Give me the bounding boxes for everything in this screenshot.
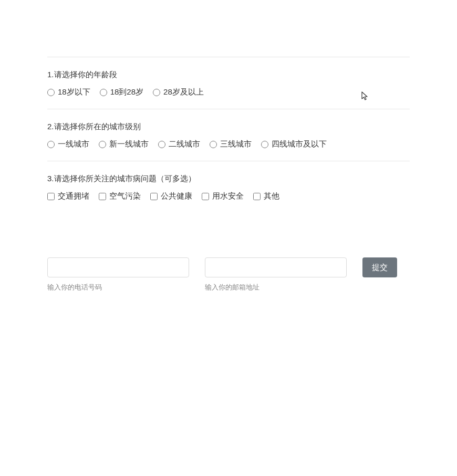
option-city-newtier1[interactable]: 新一线城市 — [99, 139, 149, 149]
radio-age-under18[interactable] — [47, 89, 55, 96]
checkbox-issue-traffic[interactable] — [47, 193, 55, 200]
option-label: 18岁以下 — [58, 87, 90, 97]
option-label: 公共健康 — [161, 191, 192, 201]
submit-button[interactable]: 提交 — [362, 257, 397, 277]
phone-input[interactable] — [47, 257, 189, 277]
option-issue-other[interactable]: 其他 — [253, 191, 279, 201]
option-issue-water[interactable]: 用水安全 — [202, 191, 244, 201]
radio-city-tier2[interactable] — [158, 141, 165, 148]
question-3: 3.请选择你所关注的城市病问题（可多选） 交通拥堵 空气污染 公共健康 用水安全… — [47, 161, 410, 213]
phone-group: 输入你的电话号码 — [47, 257, 189, 292]
option-label: 四线城市及以下 — [272, 139, 327, 149]
option-label: 三线城市 — [220, 139, 252, 149]
question-2-options: 一线城市 新一线城市 二线城市 三线城市 四线城市及以下 — [47, 139, 410, 149]
option-city-tier4plus[interactable]: 四线城市及以下 — [261, 139, 327, 149]
option-label: 二线城市 — [169, 139, 200, 149]
option-age-under18[interactable]: 18岁以下 — [47, 87, 90, 97]
option-label: 空气污染 — [109, 191, 141, 201]
option-issue-traffic[interactable]: 交通拥堵 — [47, 191, 89, 201]
option-label: 18到28岁 — [110, 87, 143, 97]
option-city-tier1[interactable]: 一线城市 — [47, 139, 89, 149]
checkbox-issue-air[interactable] — [99, 193, 106, 200]
option-label: 新一线城市 — [109, 139, 149, 149]
option-label: 用水安全 — [212, 191, 244, 201]
question-3-label: 3.请选择你所关注的城市病问题（可多选） — [47, 174, 410, 184]
option-label: 一线城市 — [58, 139, 89, 149]
option-issue-air[interactable]: 空气污染 — [99, 191, 141, 201]
radio-city-newtier1[interactable] — [99, 141, 106, 148]
option-label: 交通拥堵 — [58, 191, 89, 201]
radio-age-over28[interactable] — [153, 89, 160, 96]
radio-city-tier3[interactable] — [210, 141, 217, 148]
checkbox-issue-water[interactable] — [202, 193, 209, 200]
option-label: 28岁及以上 — [163, 87, 204, 97]
option-age-18to28[interactable]: 18到28岁 — [100, 87, 143, 97]
checkbox-issue-health[interactable] — [150, 193, 158, 200]
email-helper: 输入你的邮箱地址 — [205, 283, 347, 292]
contact-row: 输入你的电话号码 输入你的邮箱地址 提交 — [47, 257, 410, 292]
question-1-label: 1.请选择你的年龄段 — [47, 70, 410, 80]
radio-age-18to28[interactable] — [100, 89, 107, 96]
radio-city-tier1[interactable] — [47, 141, 55, 148]
email-group: 输入你的邮箱地址 — [205, 257, 347, 292]
question-2: 2.请选择你所在的城市级别 一线城市 新一线城市 二线城市 三线城市 四线城市及… — [47, 109, 410, 161]
option-city-tier2[interactable]: 二线城市 — [158, 139, 200, 149]
option-issue-health[interactable]: 公共健康 — [150, 191, 192, 201]
question-1: 1.请选择你的年龄段 18岁以下 18到28岁 28岁及以上 — [47, 57, 410, 109]
radio-city-tier4plus[interactable] — [261, 141, 268, 148]
phone-helper: 输入你的电话号码 — [47, 283, 189, 292]
option-city-tier3[interactable]: 三线城市 — [210, 139, 252, 149]
option-age-over28[interactable]: 28岁及以上 — [153, 87, 204, 97]
email-input[interactable] — [205, 257, 347, 277]
question-2-label: 2.请选择你所在的城市级别 — [47, 122, 410, 132]
question-1-options: 18岁以下 18到28岁 28岁及以上 — [47, 87, 410, 97]
checkbox-issue-other[interactable] — [253, 193, 261, 200]
question-3-options: 交通拥堵 空气污染 公共健康 用水安全 其他 — [47, 191, 410, 201]
option-label: 其他 — [264, 191, 279, 201]
